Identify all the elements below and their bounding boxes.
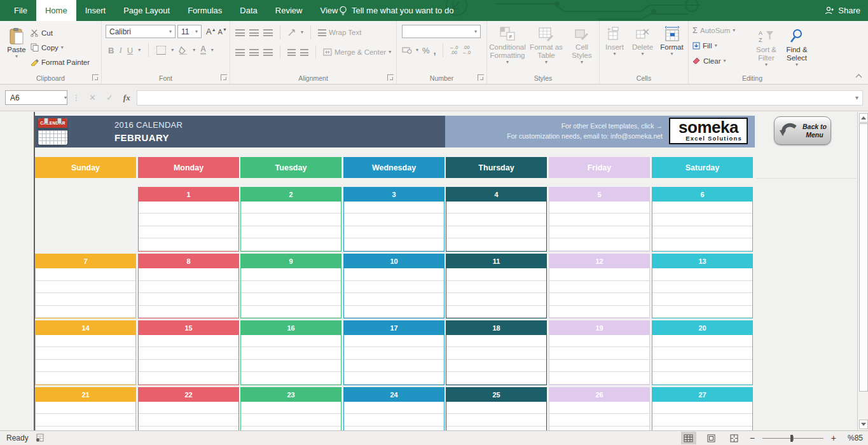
- tab-data[interactable]: Data: [231, 0, 266, 21]
- zoom-slider-thumb[interactable]: [790, 435, 793, 442]
- date-cell-24[interactable]: 24: [343, 387, 444, 430]
- font-size-combo[interactable]: 11 ▾: [177, 25, 202, 38]
- date-cell-2[interactable]: 2: [240, 187, 341, 252]
- date-notes-area[interactable]: [139, 268, 238, 318]
- date-notes-area[interactable]: [549, 335, 649, 385]
- name-box[interactable]: A6 ▾: [5, 90, 67, 105]
- number-dialog-launcher[interactable]: [478, 74, 484, 81]
- date-cell-23[interactable]: 23: [240, 387, 341, 430]
- date-notes-area[interactable]: [652, 335, 752, 385]
- date-cell-19[interactable]: 19: [549, 320, 650, 385]
- date-notes-area[interactable]: [36, 335, 135, 385]
- font-color-button[interactable]: A: [200, 46, 206, 55]
- date-cell-11[interactable]: 11: [446, 254, 547, 318]
- tab-page-layout[interactable]: Page Layout: [114, 0, 179, 21]
- increase-decimal-button[interactable]: ←.0.00: [450, 45, 458, 55]
- back-to-menu-button[interactable]: Back to Menu: [774, 116, 831, 145]
- day-header-monday[interactable]: Monday: [138, 157, 239, 178]
- date-cell-8[interactable]: 8: [138, 254, 239, 318]
- grow-font-button[interactable]: A▲: [206, 27, 216, 36]
- worksheet-area[interactable]: CALENDAR 2016 CALENDAR FEBRUARY For othe…: [0, 112, 868, 430]
- day-header-saturday[interactable]: Saturday: [652, 157, 753, 178]
- date-cell-14[interactable]: 14: [35, 320, 136, 385]
- date-cell-1[interactable]: 1: [138, 187, 239, 252]
- date-cell-25[interactable]: 25: [446, 387, 547, 430]
- day-header-thursday[interactable]: Thursday: [446, 157, 547, 178]
- format-painter-button[interactable]: Format Painter: [31, 55, 90, 69]
- date-notes-area[interactable]: [241, 335, 341, 385]
- align-right-button[interactable]: [263, 49, 273, 56]
- tell-me-box[interactable]: Tell me what you want to do: [339, 0, 453, 21]
- date-notes-area[interactable]: [446, 202, 546, 251]
- macro-record-icon[interactable]: [36, 434, 44, 442]
- date-cell-22[interactable]: 22: [138, 387, 239, 430]
- tab-insert[interactable]: Insert: [76, 0, 115, 21]
- date-cell-7[interactable]: 7: [35, 254, 136, 318]
- date-notes-area[interactable]: [446, 268, 546, 318]
- tab-home[interactable]: Home: [36, 0, 76, 21]
- find-select-button[interactable]: Find & Select ▾: [782, 24, 812, 67]
- italic-button[interactable]: I: [119, 45, 121, 55]
- date-notes-area[interactable]: [139, 335, 238, 385]
- merge-center-button[interactable]: Merge & Center ▾: [323, 46, 391, 59]
- date-notes-area[interactable]: [36, 402, 135, 430]
- enter-button[interactable]: ✓: [106, 93, 113, 102]
- formula-bar-expand-icon[interactable]: ▾: [855, 95, 858, 101]
- zoom-in-button[interactable]: +: [831, 433, 836, 443]
- date-notes-area[interactable]: [241, 202, 341, 251]
- date-cell-27[interactable]: 27: [652, 387, 753, 430]
- number-format-combo[interactable]: ▾: [402, 25, 481, 38]
- zoom-out-button[interactable]: −: [750, 433, 755, 443]
- alignment-dialog-launcher[interactable]: [387, 74, 394, 81]
- date-cell-16[interactable]: 16: [240, 320, 341, 385]
- decrease-decimal-button[interactable]: .00→.0: [462, 45, 471, 55]
- insert-cells-button[interactable]: Insert ▾: [602, 21, 628, 57]
- paste-button[interactable]: Paste ▾: [3, 24, 31, 69]
- date-cell-26[interactable]: 26: [549, 387, 650, 430]
- align-center-button[interactable]: [249, 49, 259, 56]
- date-cell-13[interactable]: 13: [652, 254, 753, 318]
- date-notes-area[interactable]: [344, 268, 444, 318]
- bottom-align-button[interactable]: [263, 29, 273, 36]
- increase-indent-button[interactable]: [300, 49, 308, 56]
- date-notes-area[interactable]: [549, 202, 649, 251]
- copy-button[interactable]: Copy ▾: [31, 41, 90, 54]
- scroll-up-button[interactable]: [859, 113, 868, 123]
- date-cell-17[interactable]: 17: [343, 320, 444, 385]
- cut-button[interactable]: Cut: [31, 26, 90, 39]
- middle-align-button[interactable]: [249, 29, 259, 36]
- insert-function-button[interactable]: fx: [123, 93, 130, 103]
- clipboard-dialog-launcher[interactable]: [92, 74, 99, 81]
- date-notes-area[interactable]: [652, 268, 752, 318]
- decrease-indent-button[interactable]: [287, 49, 296, 56]
- tab-review[interactable]: Review: [266, 0, 312, 21]
- date-notes-area[interactable]: [652, 202, 752, 251]
- date-notes-area[interactable]: [344, 335, 444, 385]
- wrap-text-button[interactable]: Wrap Text: [318, 26, 361, 39]
- cancel-button[interactable]: ✕: [89, 93, 96, 102]
- borders-button[interactable]: [156, 46, 166, 55]
- view-page-layout-button[interactable]: [704, 432, 719, 444]
- day-header-friday[interactable]: Friday: [549, 157, 650, 178]
- view-normal-button[interactable]: [681, 432, 696, 444]
- comma-style-button[interactable]: ,: [434, 45, 436, 56]
- vertical-scrollbar[interactable]: [857, 112, 868, 430]
- date-cell-20[interactable]: 20: [652, 320, 753, 385]
- date-notes-area[interactable]: [344, 402, 444, 430]
- sort-filter-button[interactable]: AZ Sort & Filter ▾: [751, 24, 782, 67]
- day-header-wednesday[interactable]: Wednesday: [343, 157, 444, 178]
- date-cell-9[interactable]: 9: [240, 254, 341, 318]
- zoom-slider[interactable]: [762, 438, 823, 439]
- collapse-ribbon-button[interactable]: [856, 73, 862, 79]
- date-notes-area[interactable]: [446, 402, 546, 430]
- tab-file[interactable]: File: [5, 0, 36, 21]
- date-cell-21[interactable]: 21: [35, 387, 136, 430]
- tab-formulas[interactable]: Formulas: [179, 0, 231, 21]
- delete-cells-button[interactable]: Delete ▾: [630, 21, 656, 57]
- accounting-format-button[interactable]: [402, 46, 412, 54]
- namebox-resizer[interactable]: ⋮: [72, 93, 80, 102]
- date-cell-4[interactable]: 4: [446, 187, 547, 252]
- date-cell-15[interactable]: 15: [138, 320, 239, 385]
- day-header-tuesday[interactable]: Tuesday: [240, 157, 341, 178]
- shrink-font-button[interactable]: A▼: [218, 27, 227, 36]
